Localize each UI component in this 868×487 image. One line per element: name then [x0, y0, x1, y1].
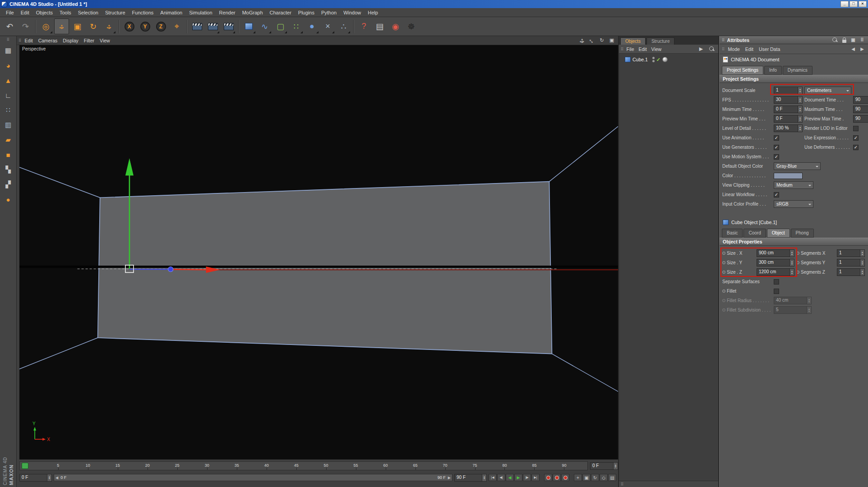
number-field[interactable]: 1▲▼: [837, 259, 865, 266]
undo-icon[interactable]: ↶: [2, 18, 17, 34]
keyframe-circle-icon[interactable]: [796, 261, 799, 264]
grip-icon[interactable]: ⠿: [621, 482, 624, 487]
add-particles-icon[interactable]: ∴: [336, 18, 351, 34]
live-selection-icon[interactable]: ◎: [38, 18, 53, 34]
viewport-menu-filter[interactable]: Filter: [81, 37, 97, 44]
number-field[interactable]: 100 %▲▼: [774, 124, 803, 132]
object-tree-item[interactable]: Cube.1 ✓: [621, 55, 716, 64]
spinner[interactable]: ▲▼: [860, 269, 864, 276]
position-key-toggle[interactable]: +: [574, 474, 582, 481]
range-end-field[interactable]: 90 F▲▼: [454, 474, 487, 482]
object-header[interactable]: Cube Object [Cube.1]: [720, 217, 868, 228]
keyframe-circle-icon[interactable]: [722, 308, 725, 312]
checkbox[interactable]: ✓: [774, 192, 779, 198]
spinner[interactable]: ▲▼: [790, 259, 794, 266]
prev-key-button[interactable]: ◀|: [497, 474, 505, 481]
current-frame-field[interactable]: 0 F▲▼: [590, 462, 618, 470]
normal-mode-icon[interactable]: ●: [1, 193, 15, 206]
preview-range-slider[interactable]: ◀ 0 F 90 F ▶: [54, 474, 452, 481]
keyframe-circle-icon[interactable]: [796, 271, 799, 274]
search-icon[interactable]: [707, 45, 716, 53]
grip-icon[interactable]: ⠿: [722, 47, 725, 51]
add-cube-icon[interactable]: [241, 18, 256, 34]
viewport-menu-display[interactable]: Display: [60, 37, 81, 44]
redo-icon[interactable]: ↷: [18, 18, 33, 34]
back-arrow-icon[interactable]: ◀: [850, 46, 857, 52]
checkbox[interactable]: ✓: [774, 145, 779, 150]
texture-mode-icon[interactable]: ▲: [1, 74, 15, 87]
objects-menu-edit[interactable]: Edit: [637, 46, 649, 53]
checkbox[interactable]: [853, 126, 859, 131]
dropdown-field[interactable]: sRGB: [774, 200, 813, 208]
search-icon[interactable]: [831, 37, 839, 43]
tab-project-settings[interactable]: Project Settings: [722, 66, 763, 75]
objects-menu-file[interactable]: File: [624, 46, 637, 53]
grip-icon[interactable]: ⠿: [7, 37, 10, 42]
next-key-button[interactable]: |▶: [523, 474, 531, 481]
add-deformer-icon[interactable]: ●: [305, 18, 319, 34]
tab-structure[interactable]: Structure: [646, 37, 675, 45]
attributes-menu-edit[interactable]: Edit: [743, 46, 756, 53]
grip-icon[interactable]: ⠿: [722, 38, 725, 42]
maximize-button[interactable]: □: [850, 1, 858, 7]
menu-simulation[interactable]: Simulation: [186, 9, 215, 16]
current-frame-marker[interactable]: [22, 463, 28, 469]
enabled-checkmark[interactable]: ✓: [656, 57, 660, 63]
menu-structure[interactable]: Structure: [102, 9, 129, 16]
menu-edit[interactable]: Edit: [18, 9, 32, 16]
object-label[interactable]: Cube.1: [633, 57, 648, 62]
menu-character[interactable]: Character: [267, 9, 295, 16]
tab-coord[interactable]: Coord: [743, 229, 766, 238]
keyframe-circle-icon[interactable]: [722, 252, 725, 255]
phong-tag-icon[interactable]: [662, 57, 668, 62]
rotate-tool-icon[interactable]: ↻: [86, 18, 101, 34]
add-generator-icon[interactable]: ▢: [273, 18, 288, 34]
spinner[interactable]: ▲▼: [798, 96, 802, 103]
menu-animation[interactable]: Animation: [157, 9, 185, 16]
object-properties-section-header[interactable]: Object Properties: [720, 238, 868, 246]
dropdown-field[interactable]: Centimeters: [804, 87, 851, 94]
frame-ruler[interactable]: 51015202530354045505560657075808590: [19, 461, 588, 470]
lock-icon[interactable]: [840, 37, 848, 43]
play-button[interactable]: ▶: [514, 474, 522, 481]
number-field[interactable]: 0 F▲▼: [774, 115, 803, 123]
tab-info[interactable]: Info: [764, 66, 782, 75]
viewport-menu-view[interactable]: View: [97, 37, 113, 44]
spinner[interactable]: ▲▼: [807, 307, 811, 313]
close-button[interactable]: ×: [859, 1, 867, 7]
number-field[interactable]: 90▲▼: [853, 96, 868, 104]
add-modeling-icon[interactable]: ∷: [289, 18, 304, 34]
keyframe-circle-icon[interactable]: [722, 289, 725, 293]
color-swatch[interactable]: [774, 173, 803, 179]
content-browser-icon[interactable]: ▤: [372, 18, 387, 34]
checkbox[interactable]: ✓: [853, 145, 859, 150]
number-field[interactable]: 1▲▼: [837, 268, 865, 276]
parameter-key-toggle[interactable]: ◇: [600, 474, 608, 481]
spinner[interactable]: ▲▼: [790, 250, 794, 257]
make-editable-icon[interactable]: ▦: [1, 44, 15, 57]
spinner[interactable]: ▲▼: [798, 87, 802, 94]
objects-menu-view[interactable]: View: [649, 46, 664, 53]
tab-objects[interactable]: Objects: [620, 37, 646, 45]
forward-arrow-icon[interactable]: ▶: [859, 46, 866, 52]
lock-x-axis-icon[interactable]: X: [122, 18, 137, 34]
checkbox[interactable]: ✓: [774, 154, 779, 160]
play-reverse-button[interactable]: ◀: [506, 474, 514, 481]
scale-tool-icon[interactable]: ▣: [70, 18, 85, 34]
render-picture-viewer-icon[interactable]: [205, 18, 220, 34]
keyframe-circle-icon[interactable]: [722, 299, 725, 302]
polygons-mode-icon[interactable]: ▰: [1, 133, 15, 146]
rotation-key-toggle[interactable]: ↻: [591, 474, 599, 481]
menu-file[interactable]: File: [3, 9, 17, 16]
number-field[interactable]: 90▲▼: [853, 106, 868, 113]
add-spline-icon[interactable]: ∿: [257, 18, 272, 34]
checkbox[interactable]: [774, 279, 779, 285]
viewport-menu-edit[interactable]: Edit: [22, 37, 36, 44]
viewport-view-label[interactable]: Perspective: [22, 46, 46, 51]
menu-mograph[interactable]: MoGraph: [239, 9, 266, 16]
coordinate-system-icon[interactable]: ⌖: [169, 18, 184, 34]
help-icon[interactable]: ?: [356, 18, 371, 34]
filter-arrow-icon[interactable]: ▶: [697, 45, 706, 53]
number-field[interactable]: 900 cm▲▼: [757, 249, 794, 257]
toggle-view-icon[interactable]: ▣: [607, 37, 616, 44]
